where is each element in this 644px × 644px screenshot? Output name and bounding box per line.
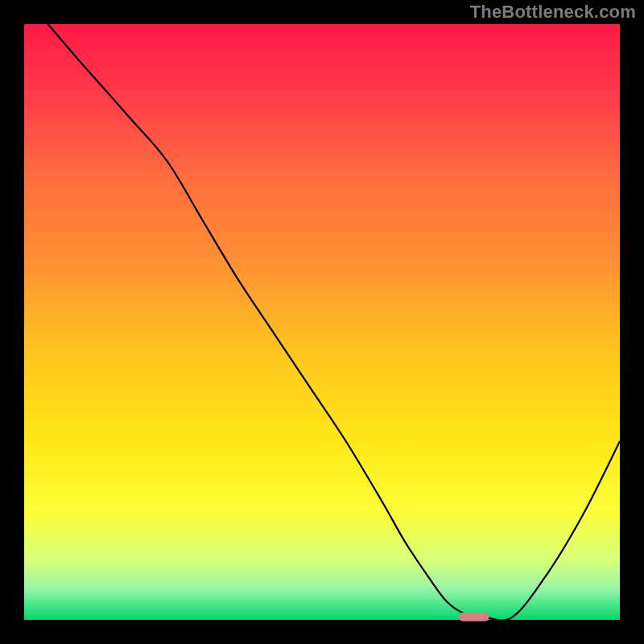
optimal-marker — [459, 613, 489, 621]
plot-background — [24, 24, 620, 620]
chart-svg — [0, 0, 644, 644]
watermark-text: TheBottleneck.com — [470, 2, 636, 23]
bottleneck-chart: TheBottleneck.com — [0, 0, 644, 644]
